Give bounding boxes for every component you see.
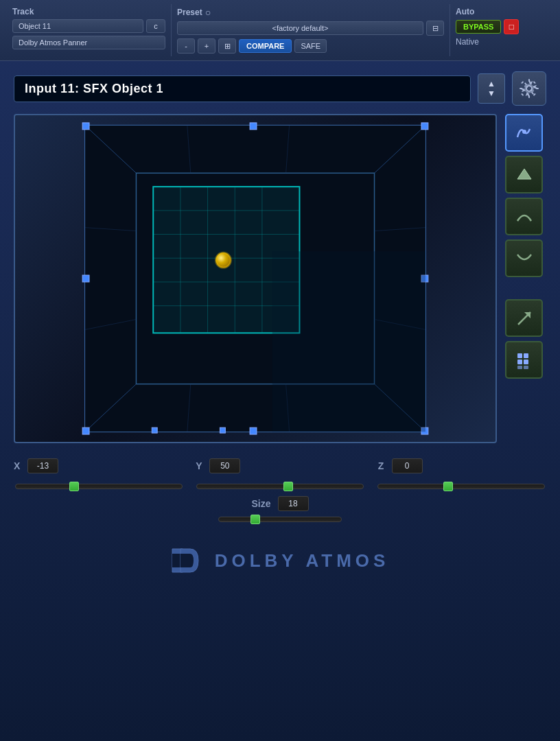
- up-arrow-btn[interactable]: [505, 156, 543, 193]
- top-bar-sections: Track Object 11 c Dolby Atmos Panner Pre…: [7, 4, 553, 56]
- snap-btn[interactable]: [505, 299, 543, 337]
- x-slider-track[interactable]: [15, 484, 183, 489]
- x-label: X: [14, 460, 22, 471]
- settings-gear-btn[interactable]: [512, 71, 546, 106]
- sliders-section: X -13 Y 50 Z 0: [14, 451, 546, 529]
- track-label: Track: [12, 7, 165, 16]
- plugin-name-row: Dolby Atmos Panner: [12, 36, 165, 49]
- track-name-dropdown[interactable]: Object 11: [12, 19, 143, 33]
- svg-rect-52: [517, 353, 522, 358]
- arc-up-icon: [515, 207, 534, 226]
- y-slider-thumb[interactable]: [283, 482, 293, 491]
- preset-label-text: Preset: [177, 8, 202, 17]
- size-slider-track[interactable]: [218, 517, 342, 522]
- viewer-3d[interactable]: [14, 114, 497, 443]
- preset-minus-btn[interactable]: -: [177, 38, 195, 54]
- svg-rect-57: [524, 366, 528, 369]
- perspective-svg: [15, 115, 495, 442]
- svg-rect-28: [82, 427, 89, 434]
- right-controls: [505, 114, 546, 379]
- size-value[interactable]: 18: [278, 496, 309, 511]
- y-value[interactable]: 50: [209, 458, 240, 473]
- z-label: Z: [378, 460, 386, 471]
- ctrl-spacer: [505, 281, 546, 295]
- y-slider-container: [196, 484, 364, 489]
- automation-icon: [515, 124, 534, 143]
- track-row: Object 11 c: [12, 19, 165, 33]
- input-name-box: Input 11: SFX Object 1: [14, 75, 471, 102]
- snap-icon: [515, 309, 534, 328]
- dolby-logo-container: DOLBY ATMOS: [14, 537, 546, 577]
- grid-icon: [515, 351, 534, 370]
- size-row: Size 18: [251, 496, 308, 511]
- svg-rect-31: [82, 275, 89, 282]
- x-slider-container: [15, 484, 183, 489]
- svg-rect-5: [536, 88, 539, 89]
- input-arrow-btn[interactable]: ▲ ▼: [478, 73, 505, 104]
- dolby-logo: DOLBY ATMOS: [14, 548, 546, 574]
- y-slider-track[interactable]: [196, 484, 364, 489]
- arc-up-btn[interactable]: [505, 198, 543, 235]
- svg-rect-27: [421, 123, 428, 130]
- svg-rect-33: [152, 427, 157, 433]
- track-section: Track Object 11 c Dolby Atmos Panner: [7, 4, 172, 56]
- preset-actions-row: - + ⊞ COMPARE SAFE: [177, 38, 444, 54]
- plugin-name-dropdown[interactable]: Dolby Atmos Panner: [12, 36, 165, 49]
- y-label: Y: [196, 460, 204, 471]
- size-slider-thumb[interactable]: [250, 515, 260, 524]
- x-value[interactable]: -13: [27, 458, 58, 473]
- preset-value-dropdown[interactable]: <factory default>: [177, 21, 423, 35]
- dolby-d-symbol: [171, 548, 207, 574]
- svg-marker-47: [272, 251, 425, 432]
- svg-rect-56: [517, 366, 522, 369]
- preset-duplicate-btn[interactable]: ⊞: [218, 38, 236, 54]
- svg-rect-4: [520, 88, 522, 89]
- svg-rect-7: [533, 81, 536, 84]
- svg-rect-53: [524, 353, 528, 358]
- size-label: Size: [251, 498, 270, 509]
- preset-plus-btn[interactable]: +: [198, 38, 215, 54]
- z-slider-track[interactable]: [377, 484, 545, 489]
- preset-section: Preset ○ <factory default> ⊟ - + ⊞ COMPA…: [172, 4, 450, 56]
- size-slider-container: [218, 517, 342, 522]
- preset-label: Preset ○: [177, 7, 444, 18]
- svg-rect-8: [521, 93, 524, 96]
- native-label: Native: [456, 37, 479, 47]
- x-slider-thumb[interactable]: [69, 482, 79, 491]
- plugin-container: Track Object 11 c Dolby Atmos Panner Pre…: [0, 0, 560, 741]
- safe-btn[interactable]: SAFE: [294, 39, 327, 53]
- x-param-group: X -13: [14, 458, 182, 473]
- svg-point-48: [522, 130, 526, 134]
- up-arrow-icon: [515, 165, 534, 185]
- z-slider-container: [377, 484, 545, 489]
- svg-marker-49: [517, 169, 531, 179]
- svg-rect-34: [220, 427, 225, 433]
- auto-label: Auto: [456, 7, 548, 16]
- auto-section: Auto BYPASS □ Native: [450, 4, 553, 56]
- svg-rect-55: [524, 360, 528, 364]
- track-channel-dropdown[interactable]: c: [146, 19, 165, 33]
- xyz-values-row: X -13 Y 50 Z 0: [14, 458, 546, 473]
- viewer-row: [14, 114, 546, 443]
- y-param-group: Y 50: [196, 458, 364, 473]
- grid-btn[interactable]: [505, 341, 543, 379]
- arrow-down-icon: ▼: [487, 89, 495, 97]
- preset-copy-btn[interactable]: ⊟: [426, 21, 444, 36]
- svg-rect-3: [528, 95, 530, 98]
- svg-rect-2: [528, 79, 530, 82]
- svg-rect-54: [517, 360, 522, 364]
- z-value[interactable]: 0: [392, 458, 423, 473]
- native-row: Native: [456, 37, 548, 47]
- bypass-btn[interactable]: BYPASS: [456, 20, 501, 34]
- main-content: Input 11: SFX Object 1 ▲ ▼: [0, 61, 560, 587]
- gear-icon: [519, 78, 539, 99]
- svg-rect-6: [521, 81, 524, 84]
- dolby-atmos-text: DOLBY ATMOS: [215, 550, 390, 572]
- size-section: Size 18: [14, 496, 546, 522]
- compare-btn[interactable]: COMPARE: [239, 39, 292, 53]
- record-btn[interactable]: □: [504, 19, 519, 34]
- top-bar: Track Object 11 c Dolby Atmos Panner Pre…: [0, 0, 560, 61]
- arc-down-btn[interactable]: [505, 239, 543, 277]
- z-slider-thumb[interactable]: [443, 482, 453, 491]
- automation-btn[interactable]: [505, 114, 543, 152]
